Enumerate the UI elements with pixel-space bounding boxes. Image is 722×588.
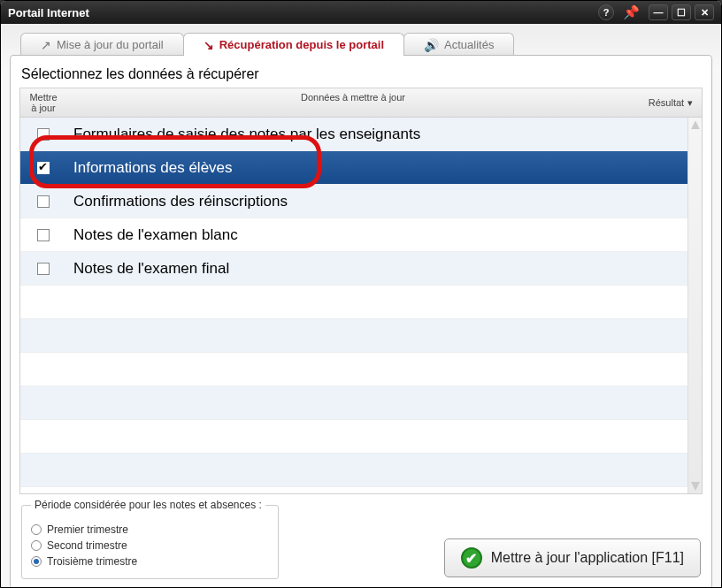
row-checkbox[interactable] [37, 263, 50, 275]
row-checkbox[interactable] [37, 195, 50, 208]
period-label: Troisième trimestre [47, 555, 137, 568]
minimize-button[interactable]: — [649, 4, 668, 20]
table-row[interactable] [20, 353, 702, 386]
check-circle-icon: ✔ [461, 547, 482, 569]
table-row[interactable]: Notes de l'examen final [20, 252, 702, 286]
row-checkbox[interactable] [37, 229, 50, 241]
chevron-down-icon: ▾ [687, 97, 693, 109]
data-grid: Mettre à jour Données à mettre à jour Ré… [19, 88, 703, 494]
instruction-text: Sélectionnez les données à récupérer [21, 66, 703, 82]
row-label: Informations des élèves [66, 159, 640, 177]
radio-icon[interactable] [31, 556, 42, 567]
tab-label: Actualités [444, 38, 494, 51]
row-checkbox[interactable] [37, 162, 50, 174]
row-label: Formulaires de saisie des notes par les … [66, 126, 640, 143]
period-legend: Période considérée pour les notes et abs… [31, 499, 265, 511]
table-row[interactable] [20, 454, 702, 487]
arrow-up-icon: ↗ [41, 38, 51, 52]
column-header-data[interactable]: Données à mettre à jour [66, 88, 640, 117]
period-label: Second trimestre [47, 539, 127, 552]
table-row[interactable] [20, 319, 702, 353]
period-option-1[interactable]: Premier trimestre [31, 523, 265, 536]
close-button[interactable]: ✕ [695, 4, 714, 20]
grid-header: Mettre à jour Données à mettre à jour Ré… [20, 88, 702, 118]
row-label: Notes de l'examen final [66, 260, 640, 278]
arrow-down-icon: ↘ [204, 38, 214, 52]
speaker-icon: 🔊 [424, 38, 439, 52]
table-row[interactable]: Notes de l'examen blanc [20, 218, 702, 252]
radio-icon[interactable] [31, 524, 42, 535]
column-header-result[interactable]: Résultat ▾ [640, 88, 702, 117]
period-label: Premier trimestre [47, 523, 128, 536]
tab-update-portal[interactable]: ↗ Mise à jour du portail [20, 33, 184, 56]
main-panel: Sélectionnez les données à récupérer Met… [10, 55, 712, 588]
table-row[interactable] [20, 420, 702, 454]
app-window: Portail Internet ? 📌 — ☐ ✕ ↗ Mise à jour… [0, 0, 722, 588]
tab-bar: ↗ Mise à jour du portail ↘ Récupération … [20, 33, 712, 56]
table-row[interactable]: Informations des élèves [20, 151, 702, 185]
period-option-3[interactable]: Troisième trimestre [31, 555, 265, 568]
row-checkbox[interactable] [37, 128, 50, 141]
grid-body: Formulaires de saisie des notes par les … [20, 118, 702, 493]
period-option-2[interactable]: Second trimestre [31, 539, 265, 552]
row-label: Confirmations des réinscriptions [66, 193, 640, 210]
tab-label: Mise à jour du portail [57, 38, 164, 51]
help-icon[interactable]: ? [598, 4, 614, 20]
pin-icon[interactable]: 📌 [623, 4, 640, 20]
row-label: Notes de l'examen blanc [66, 226, 640, 244]
titlebar-controls: ? 📌 — ☐ ✕ [598, 4, 714, 20]
table-row[interactable] [20, 386, 702, 420]
window-title: Portail Internet [8, 6, 598, 19]
radio-icon[interactable] [31, 540, 42, 551]
table-row[interactable]: Confirmations des réinscriptions [20, 185, 702, 218]
tab-news[interactable]: 🔊 Actualités [403, 33, 514, 56]
tab-label: Récupération depuis le portail [219, 38, 384, 51]
maximize-button[interactable]: ☐ [672, 4, 691, 20]
table-row[interactable] [20, 286, 702, 319]
tab-recover-portal[interactable]: ↘ Récupération depuis le portail [183, 33, 404, 56]
content-area: ↗ Mise à jour du portail ↘ Récupération … [1, 24, 721, 587]
period-fieldset: Période considérée pour les notes et abs… [21, 499, 279, 579]
titlebar: Portail Internet ? 📌 — ☐ ✕ [1, 1, 721, 24]
scrollbar[interactable] [687, 118, 702, 493]
column-header-update[interactable]: Mettre à jour [20, 88, 66, 117]
update-button-label: Mettre à jour l'application [F11] [491, 550, 684, 566]
table-row[interactable]: Formulaires de saisie des notes par les … [20, 118, 702, 151]
update-application-button[interactable]: ✔ Mettre à jour l'application [F11] [444, 538, 701, 577]
